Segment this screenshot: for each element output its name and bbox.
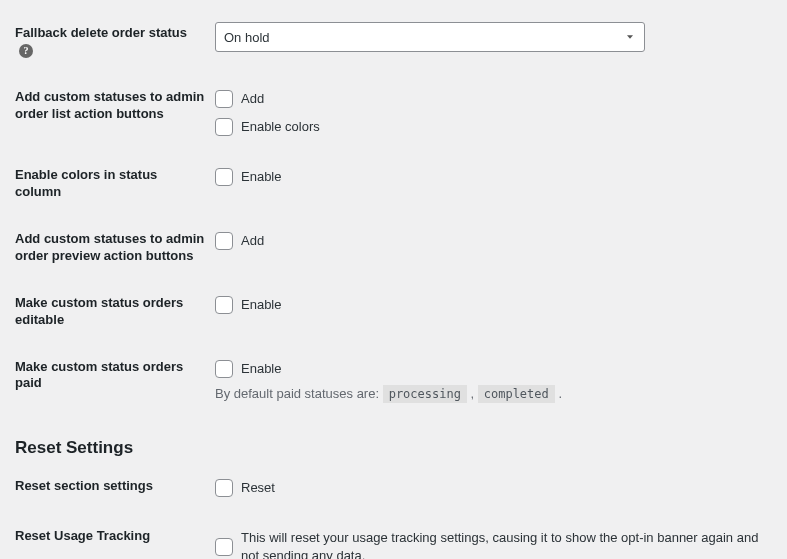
paid-description: By default paid statuses are: processing… <box>215 386 772 401</box>
editable-label: Make custom status orders editable <box>15 280 215 344</box>
editable-checkbox[interactable] <box>215 296 233 314</box>
preview-buttons-add-label: Add <box>241 232 264 250</box>
reset-section-settings-label: Reset section settings <box>15 463 215 513</box>
paid-checkbox[interactable] <box>215 360 233 378</box>
reset-usage-tracking-label: Reset Usage Tracking <box>15 513 215 559</box>
reset-usage-tracking-check-label: This will reset your usage tracking sett… <box>241 529 772 559</box>
reset-section-checkbox[interactable] <box>215 479 233 497</box>
reset-settings-heading: Reset Settings <box>15 438 772 458</box>
help-icon[interactable]: ? <box>19 44 33 58</box>
admin-list-add-label: Add <box>241 90 264 108</box>
admin-list-enable-colors-checkbox[interactable] <box>215 118 233 136</box>
status-column-colors-checkbox[interactable] <box>215 168 233 186</box>
reset-usage-tracking-checkbox[interactable] <box>215 538 233 556</box>
editable-check-label: Enable <box>241 296 281 314</box>
code-processing: processing <box>383 385 467 403</box>
admin-list-enable-colors-label: Enable colors <box>241 118 320 136</box>
admin-list-buttons-label: Add custom statuses to admin order list … <box>15 74 215 152</box>
status-column-colors-label: Enable colors in status column <box>15 152 215 216</box>
status-column-colors-check-label: Enable <box>241 168 281 186</box>
code-completed: completed <box>478 385 555 403</box>
fallback-delete-status-label: Fallback delete order status <box>15 25 187 40</box>
admin-list-add-checkbox[interactable] <box>215 90 233 108</box>
paid-label: Make custom status orders paid <box>15 344 215 413</box>
preview-buttons-add-checkbox[interactable] <box>215 232 233 250</box>
paid-check-label: Enable <box>241 360 281 378</box>
fallback-delete-status-select[interactable]: On hold <box>215 22 645 52</box>
reset-section-check-label: Reset <box>241 479 275 497</box>
preview-buttons-label: Add custom statuses to admin order previ… <box>15 216 215 280</box>
